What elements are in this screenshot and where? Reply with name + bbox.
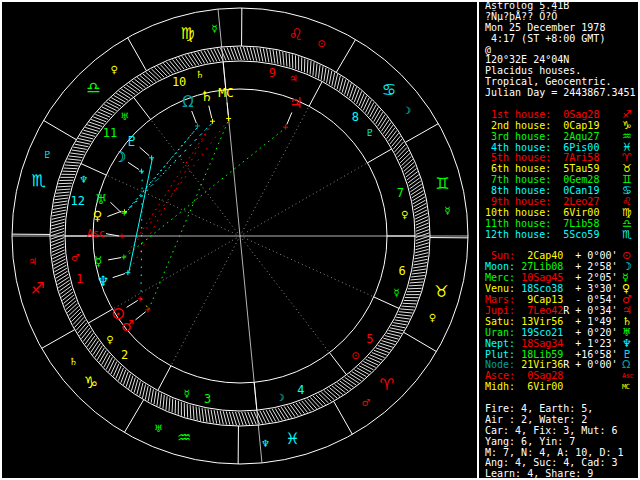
degree-tick (185, 55, 193, 66)
house-number-11: 11 (103, 126, 117, 140)
zodiac-sign-icon: ♏ (622, 230, 640, 241)
degree-tick (95, 346, 102, 358)
degree-tick (179, 57, 187, 68)
chart-coordinates: 120°32E 24°04N (485, 54, 569, 65)
degree-tick (403, 303, 417, 304)
planet-pointer (227, 103, 228, 116)
degree-tick (104, 355, 110, 367)
degree-tick (145, 386, 148, 399)
degree-tick (409, 178, 420, 186)
degree-tick (392, 136, 401, 147)
degree-tick (53, 256, 65, 262)
degree-tick (414, 203, 426, 209)
planet-pointer (107, 211, 121, 216)
degree-tick (132, 81, 143, 89)
degree-tick (407, 172, 418, 180)
object-label: Satu: (485, 316, 515, 327)
degree-tick (403, 159, 413, 168)
panel-divider (477, 0, 479, 480)
sign-glyph-capricorn: ♑ (84, 373, 98, 392)
degree-tick (151, 69, 161, 79)
aspect-line-nept-sextile-plut (129, 158, 153, 272)
degree-tick (415, 213, 427, 219)
summary-text: Yang: 6, Yin: 7 (485, 436, 575, 447)
degree-tick (57, 274, 69, 281)
house-boundary (81, 163, 106, 175)
house-cusp-line (240, 236, 374, 297)
header-line: Julian Day = 2443867.3451 (485, 88, 637, 99)
object-label: Merc: (485, 272, 515, 283)
planet-pointer (287, 112, 292, 124)
planet-position-dot (120, 234, 125, 239)
julian-day: Julian Day = 2443867.3451 (485, 87, 636, 98)
house-boundary (329, 353, 346, 375)
degree-tick (385, 125, 393, 136)
object-label: Midh: (485, 381, 515, 392)
degree-tick (182, 56, 190, 67)
degree-tick (154, 391, 156, 405)
degree-tick (388, 330, 401, 333)
object-position: 7Leo42 (515, 305, 563, 316)
degree-tick (368, 103, 374, 115)
degree-tick (286, 53, 287, 67)
house-boundary (158, 366, 171, 391)
degree-tick (299, 402, 308, 413)
degree-tick (292, 54, 293, 68)
house-label: 4th house: (485, 142, 551, 153)
degree-tick (263, 410, 269, 422)
degree-tick (172, 59, 181, 70)
degree-tick (415, 253, 428, 256)
object-label: Plut: (485, 349, 515, 360)
planet-icon: Asc (622, 371, 640, 382)
degree-tick (280, 51, 281, 65)
object-velocity: + 0°34' (569, 305, 617, 316)
degree-tick (329, 388, 340, 397)
degree-tick (124, 87, 135, 95)
degree-tick (194, 53, 201, 65)
degree-tick (406, 168, 417, 177)
degree-tick (396, 317, 410, 319)
summary-text: M: 7, N: 4, A: 10, D: 1 (485, 447, 623, 458)
degree-tick (347, 376, 359, 383)
sign-boundary (124, 400, 143, 433)
degree-tick (65, 165, 79, 166)
degree-tick (332, 72, 335, 85)
object-label: Jupi: (485, 305, 515, 316)
sign-ruler-icon: ♀ (429, 312, 436, 323)
degree-tick (327, 389, 337, 398)
degree-tick (414, 263, 428, 265)
object-velocity: + 2°05' (569, 272, 617, 283)
degree-tick (51, 222, 64, 226)
degree-tick (350, 374, 362, 381)
degree-tick (307, 399, 316, 409)
degree-tick (187, 404, 188, 418)
degree-tick (129, 83, 140, 91)
house-ruler-icon: ☿ (184, 388, 190, 399)
degree-tick (415, 256, 428, 259)
object-position: 18Sco38 (515, 283, 563, 294)
degree-tick (316, 63, 317, 77)
degree-tick (376, 112, 383, 124)
house-boundary (367, 149, 391, 163)
degree-tick (296, 403, 304, 414)
sign-ruler-icon: ⊙ (317, 38, 325, 49)
degree-tick (163, 63, 172, 73)
house-cusp-line (171, 236, 240, 366)
degree-tick (324, 391, 334, 400)
degree-tick (413, 197, 425, 204)
degree-tick (307, 60, 308, 74)
degree-tick (397, 147, 407, 157)
degree-tick (270, 49, 272, 63)
planet-pointer (140, 147, 150, 156)
degree-tick (290, 405, 298, 416)
degree-tick (137, 381, 141, 394)
object-label: Sun: (485, 250, 515, 261)
degree-tick (340, 78, 344, 91)
degree-tick (80, 136, 93, 139)
planet-position-dot (283, 125, 288, 130)
degree-tick (169, 61, 178, 72)
degree-tick (85, 333, 93, 344)
planet-position-dot (138, 296, 143, 301)
house-label: 2nd house: (485, 120, 551, 131)
planet-pointer (192, 111, 197, 123)
